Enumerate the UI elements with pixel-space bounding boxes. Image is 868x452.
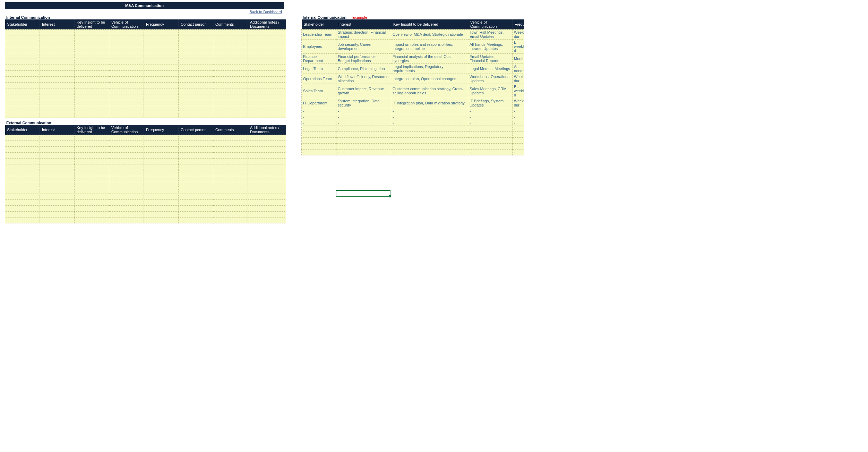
- column-header[interactable]: Vehicle of Communication: [109, 19, 144, 29]
- table-cell[interactable]: [144, 71, 179, 77]
- table-cell[interactable]: [248, 200, 286, 206]
- table-cell[interactable]: [248, 83, 286, 88]
- column-header[interactable]: Interest: [40, 125, 75, 135]
- table-cell[interactable]: [179, 112, 213, 118]
- table-row[interactable]: -----: [302, 114, 525, 120]
- table-row[interactable]: Legal TeamCompliance, Risk mitigationLeg…: [302, 64, 525, 74]
- table-cell[interactable]: -: [336, 144, 391, 150]
- table-cell[interactable]: [109, 88, 144, 94]
- table-row[interactable]: -----: [302, 132, 525, 138]
- table-cell[interactable]: [40, 77, 75, 83]
- column-header[interactable]: Stakeholder: [5, 19, 40, 29]
- table-cell[interactable]: [179, 159, 213, 164]
- table-cell[interactable]: -: [302, 114, 336, 120]
- table-cell[interactable]: [213, 77, 248, 83]
- table-cell[interactable]: -: [302, 108, 336, 114]
- table-cell[interactable]: -: [468, 138, 513, 144]
- table-cell[interactable]: [109, 176, 144, 182]
- table-cell[interactable]: [75, 147, 109, 153]
- table-cell[interactable]: [75, 88, 109, 94]
- table-cell[interactable]: [213, 29, 248, 35]
- table-cell[interactable]: [248, 47, 286, 53]
- table-cell[interactable]: [40, 182, 75, 188]
- table-row[interactable]: [5, 170, 286, 176]
- column-header[interactable]: Stakeholder: [302, 19, 336, 29]
- table-cell[interactable]: -: [302, 144, 336, 150]
- table-cell[interactable]: [144, 41, 179, 47]
- column-header[interactable]: Frequency: [513, 19, 525, 29]
- table-row[interactable]: [5, 159, 286, 164]
- table-cell[interactable]: -: [391, 138, 468, 144]
- table-cell[interactable]: [179, 188, 213, 194]
- table-cell[interactable]: [75, 47, 109, 53]
- table-cell[interactable]: [213, 88, 248, 94]
- column-header[interactable]: Key Insight to be delivered: [75, 19, 109, 29]
- table-cell[interactable]: [109, 100, 144, 106]
- table-cell[interactable]: [248, 159, 286, 164]
- selected-cell[interactable]: [336, 190, 390, 197]
- table-cell[interactable]: [40, 59, 75, 65]
- table-cell[interactable]: [144, 106, 179, 112]
- table-cell[interactable]: [179, 65, 213, 71]
- table-cell[interactable]: [144, 112, 179, 118]
- table-cell[interactable]: [109, 206, 144, 212]
- external-table[interactable]: StakeholderInterestKey Insight to be del…: [5, 125, 286, 223]
- table-cell[interactable]: [213, 47, 248, 53]
- table-cell[interactable]: Bi-weekly d: [513, 40, 525, 54]
- table-cell[interactable]: [40, 71, 75, 77]
- table-cell[interactable]: [75, 218, 109, 223]
- table-row[interactable]: [5, 212, 286, 218]
- table-row[interactable]: [5, 35, 286, 41]
- table-cell[interactable]: Weekly dur: [513, 74, 525, 84]
- table-cell[interactable]: -: [468, 126, 513, 132]
- table-cell[interactable]: [248, 188, 286, 194]
- table-cell[interactable]: [213, 212, 248, 218]
- table-cell[interactable]: [179, 170, 213, 176]
- table-cell[interactable]: -: [336, 108, 391, 114]
- table-cell[interactable]: [40, 83, 75, 88]
- table-row[interactable]: [5, 88, 286, 94]
- table-cell[interactable]: -: [468, 144, 513, 150]
- table-cell[interactable]: -: [513, 144, 525, 150]
- table-cell[interactable]: [109, 147, 144, 153]
- internal-table[interactable]: StakeholderInterestKey Insight to be del…: [5, 19, 286, 118]
- table-cell[interactable]: [5, 206, 40, 212]
- table-cell[interactable]: [144, 212, 179, 218]
- table-row[interactable]: [5, 71, 286, 77]
- table-cell[interactable]: [109, 153, 144, 159]
- table-cell[interactable]: [75, 59, 109, 65]
- table-cell[interactable]: [5, 71, 40, 77]
- table-cell[interactable]: [75, 53, 109, 59]
- table-row[interactable]: [5, 164, 286, 170]
- table-cell[interactable]: [40, 206, 75, 212]
- table-cell[interactable]: [5, 218, 40, 223]
- table-cell[interactable]: [248, 147, 286, 153]
- table-cell[interactable]: [109, 77, 144, 83]
- table-cell[interactable]: Monthly: [513, 54, 525, 64]
- table-cell[interactable]: [144, 182, 179, 188]
- table-cell[interactable]: [5, 194, 40, 200]
- table-cell[interactable]: [213, 188, 248, 194]
- table-cell[interactable]: [5, 164, 40, 170]
- table-cell[interactable]: [248, 71, 286, 77]
- table-cell[interactable]: [179, 35, 213, 41]
- table-cell[interactable]: [109, 218, 144, 223]
- table-row[interactable]: [5, 41, 286, 47]
- table-cell[interactable]: [40, 65, 75, 71]
- column-header[interactable]: Frequency: [144, 19, 179, 29]
- table-cell[interactable]: [109, 182, 144, 188]
- table-cell[interactable]: [179, 53, 213, 59]
- table-cell[interactable]: Weekly dur: [513, 29, 525, 40]
- table-cell[interactable]: [248, 141, 286, 147]
- table-cell[interactable]: [5, 88, 40, 94]
- table-cell[interactable]: [144, 65, 179, 71]
- example-table[interactable]: StakeholderInterestKey Insight to be del…: [301, 19, 524, 155]
- table-cell[interactable]: [109, 135, 144, 141]
- column-header[interactable]: Contact person: [179, 125, 213, 135]
- table-cell[interactable]: [179, 88, 213, 94]
- table-cell[interactable]: -: [391, 114, 468, 120]
- table-cell[interactable]: [75, 200, 109, 206]
- table-row[interactable]: EmployeesJob security, Career developmen…: [302, 40, 525, 54]
- column-header[interactable]: Comments: [213, 125, 248, 135]
- table-row[interactable]: [5, 182, 286, 188]
